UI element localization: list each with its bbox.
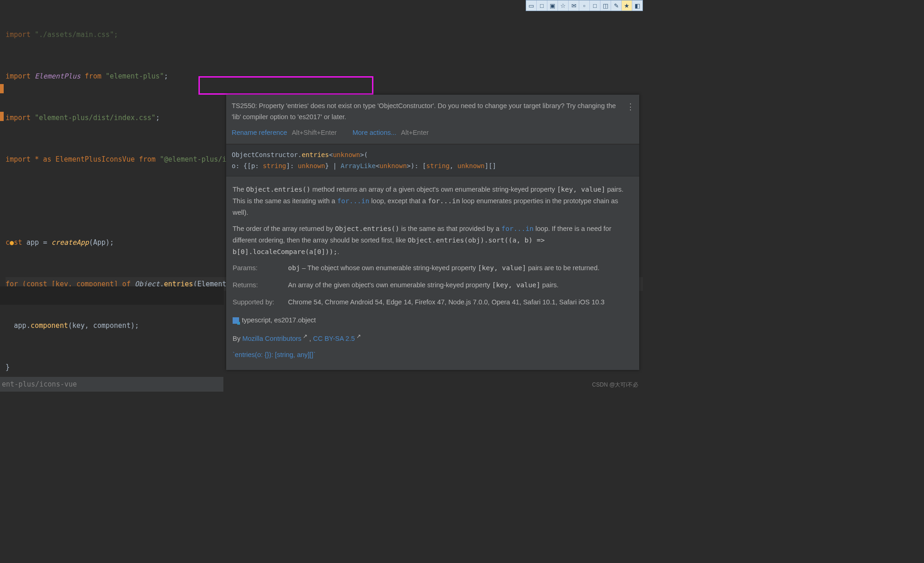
doc-body: The Object.entries() method returns an a… bbox=[226, 176, 639, 370]
shortcut-label: Alt+Enter bbox=[401, 129, 429, 136]
toolbar-icon[interactable]: ▣ bbox=[547, 0, 558, 11]
floating-toolbar: ▭ □ ▣ ☆ ✉ ▫ □ ◫ ✎ ★ ◧ bbox=[526, 0, 643, 11]
shortcut-label: Alt+Shift+Enter bbox=[292, 129, 337, 136]
more-actions-link[interactable]: More actions... bbox=[353, 129, 396, 136]
signature-link[interactable]: `entries(o: {}): [string, any][]` bbox=[233, 351, 316, 358]
quickfix-row: Rename reference Alt+Shift+Enter More ac… bbox=[232, 122, 621, 138]
code-line[interactable]: import ElementPlus from "element-plus"; bbox=[6, 69, 643, 83]
params-label: Params: bbox=[233, 262, 288, 274]
toolbar-icon[interactable]: □ bbox=[590, 0, 600, 11]
toolbar-icon[interactable]: ☆ bbox=[558, 0, 569, 11]
file-icon bbox=[233, 317, 239, 324]
gutter-marker[interactable] bbox=[0, 112, 4, 121]
mozilla-link[interactable]: Mozilla Contributors bbox=[242, 335, 301, 342]
status-bar: ent-plus/icons-vue bbox=[0, 377, 223, 392]
forin-link[interactable]: for...in bbox=[337, 197, 369, 205]
editor-dark-band bbox=[0, 286, 224, 305]
supported-label: Supported by: bbox=[233, 297, 288, 308]
source-file: typescript, es2017.object bbox=[242, 316, 316, 324]
toolbar-icon[interactable]: ✎ bbox=[611, 0, 622, 11]
error-message: TS2550: Property 'entries' does not exis… bbox=[226, 95, 639, 144]
toolbar-icon[interactable]: ◧ bbox=[632, 0, 642, 11]
params-table: Params: obj – The object whose own enume… bbox=[233, 262, 633, 308]
watermark: CSDN @大可i不必 bbox=[592, 381, 638, 389]
cc-license-link[interactable]: CC BY-SA 2.5 bbox=[313, 335, 355, 342]
toolbar-icon[interactable]: ◫ bbox=[600, 0, 611, 11]
gutter-marker[interactable] bbox=[0, 84, 4, 93]
toolbar-icon[interactable]: ✉ bbox=[569, 0, 579, 11]
signature-row: ObjectConstructor.entries<unknown>( o: {… bbox=[226, 144, 639, 176]
external-icon: ↗ bbox=[303, 333, 307, 339]
intention-bulb-icon[interactable]: ● bbox=[10, 238, 14, 247]
error-doc-popup: TS2550: Property 'entries' does not exis… bbox=[226, 95, 639, 370]
code-line[interactable]: import "./assets/main.css"; bbox=[6, 28, 643, 42]
kebab-icon[interactable]: ⋮ bbox=[626, 101, 635, 112]
toolbar-icon[interactable]: ▭ bbox=[526, 0, 537, 11]
external-icon: ↗ bbox=[356, 333, 361, 339]
returns-label: Returns: bbox=[233, 279, 288, 291]
toolbar-icon[interactable]: ▫ bbox=[579, 0, 590, 11]
rename-reference-link[interactable]: Rename reference bbox=[232, 129, 287, 136]
toolbar-icon[interactable]: ★ bbox=[622, 0, 632, 11]
forin-link[interactable]: for...in bbox=[501, 225, 534, 232]
toolbar-icon[interactable]: □ bbox=[537, 0, 547, 11]
